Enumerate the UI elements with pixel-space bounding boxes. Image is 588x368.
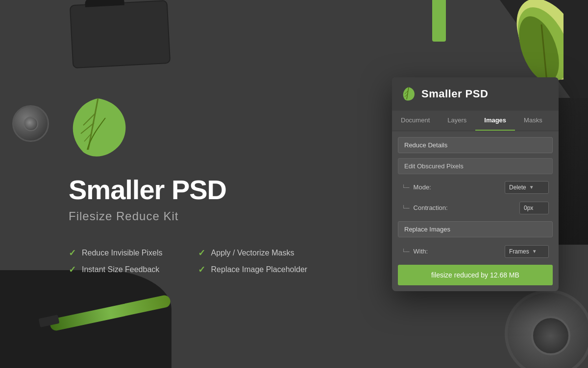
- mode-value: Delete: [509, 184, 526, 191]
- replace-images-header[interactable]: Replace Images: [398, 221, 553, 237]
- with-label: With:: [414, 248, 505, 255]
- right-panel-container: Smaller PSD Document Layers Images Masks…: [392, 77, 559, 291]
- edit-obscured-header[interactable]: Edit Obscured Pixels: [398, 158, 553, 174]
- app-subtitle: Filesize Reduce Kit: [69, 209, 178, 223]
- feature-label-1: Reduce Invisible Pixels: [82, 249, 163, 257]
- mode-indent-icon: └─: [402, 184, 410, 190]
- with-select[interactable]: Frames ▼: [505, 245, 549, 258]
- with-row: └─ With: Frames ▼: [398, 242, 553, 261]
- left-branding: Smaller PSD Filesize Reduce Kit ✓ Reduce…: [29, 93, 392, 275]
- contraction-input[interactable]: 0px: [519, 202, 549, 214]
- feature-label-3: Instant Size Feedback: [82, 265, 159, 274]
- check-icon-1: ✓: [69, 248, 76, 258]
- feature-label-4: Replace Image Placeholder: [211, 265, 308, 274]
- status-bar: filesize reduced by 12.68 MB: [398, 265, 553, 285]
- with-select-arrow: ▼: [532, 249, 537, 254]
- mode-row: └─ Mode: Delete ▼: [398, 178, 553, 197]
- contraction-indent-icon: └─: [402, 205, 410, 211]
- mode-select-arrow: ▼: [529, 184, 534, 190]
- app-panel: Smaller PSD Document Layers Images Masks…: [392, 77, 559, 291]
- feature-item-1: ✓ Reduce Invisible Pixels: [69, 248, 178, 258]
- panel-title: Smaller PSD: [421, 88, 488, 100]
- with-indent-icon: └─: [402, 249, 410, 254]
- contraction-control: 0px: [519, 202, 549, 214]
- panel-tabs: Document Layers Images Masks: [392, 111, 559, 131]
- panel-body: Reduce Details Edit Obscured Pixels └─ M…: [392, 131, 559, 291]
- mode-label: Mode:: [414, 184, 505, 191]
- panel-header: Smaller PSD: [392, 77, 559, 111]
- check-icon-2: ✓: [198, 248, 205, 258]
- panel-logo-icon: [402, 86, 416, 102]
- with-value: Frames: [509, 248, 529, 255]
- tab-document[interactable]: Document: [392, 111, 439, 131]
- tab-masks[interactable]: Masks: [515, 111, 551, 131]
- check-icon-4: ✓: [198, 264, 205, 275]
- main-content: Smaller PSD Filesize Reduce Kit ✓ Reduce…: [0, 0, 588, 368]
- mode-control: Delete ▼: [505, 181, 549, 194]
- feature-item-3: ✓ Instant Size Feedback: [69, 264, 178, 275]
- contraction-value: 0px: [524, 205, 533, 211]
- feature-item-4: ✓ Replace Image Placeholder: [198, 264, 308, 275]
- feature-item-2: ✓ Apply / Vectorize Masks: [198, 248, 308, 258]
- mode-select[interactable]: Delete ▼: [505, 181, 549, 194]
- reduce-details-header[interactable]: Reduce Details: [398, 137, 553, 153]
- app-logo: [69, 93, 127, 174]
- tab-images[interactable]: Images: [475, 111, 515, 131]
- contraction-row: └─ Contraction: 0px: [398, 199, 553, 217]
- check-icon-3: ✓: [69, 264, 76, 275]
- features-list: ✓ Reduce Invisible Pixels ✓ Apply / Vect…: [69, 248, 307, 275]
- app-title: Smaller PSD: [69, 174, 226, 206]
- tab-layers[interactable]: Layers: [439, 111, 475, 131]
- status-text: filesize reduced by 12.68 MB: [431, 271, 519, 279]
- contraction-label: Contraction:: [414, 204, 519, 211]
- with-control: Frames ▼: [505, 245, 549, 258]
- feature-label-2: Apply / Vectorize Masks: [211, 249, 294, 257]
